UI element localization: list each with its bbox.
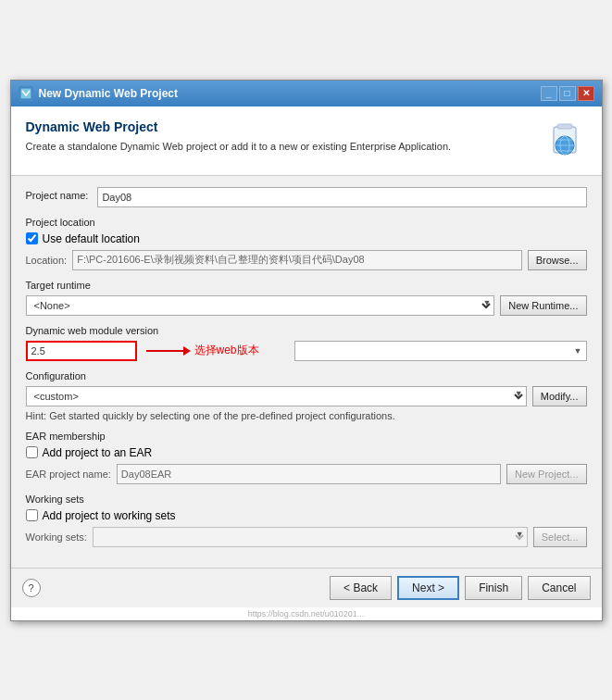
working-sets-checkbox-label: Add project to working sets [43,509,176,522]
project-location-title: Project location [26,217,587,228]
module-version-input[interactable] [26,341,137,361]
dynamic-web-module-label: Dynamic web module version [26,325,587,336]
close-button[interactable]: ✕ [578,86,594,101]
configuration-group: Configuration <custom> Modify... Hint: G… [26,370,587,421]
restore-button[interactable]: □ [559,86,576,101]
default-location-label: Use default location [43,232,140,245]
back-button[interactable]: < Back [330,576,392,600]
annotation-text: 选择web版本 [194,343,259,358]
project-name-row: Project name: [26,187,587,207]
configuration-row: <custom> Modify... [26,386,587,406]
target-runtime-select[interactable]: <None> [26,295,495,316]
dialog-header-icon [543,119,587,164]
red-arrow-icon [146,346,191,356]
dialog-header-text: Dynamic Web Project Create a standalone … [26,119,533,154]
dialog-body: Project name: Project location Use defau… [11,176,602,568]
modify-button[interactable]: Modify... [532,386,587,406]
location-row: Location: Browse... [26,250,587,270]
configuration-label: Configuration [26,370,587,381]
dialog-window: New Dynamic Web Project _ □ ✕ Dynamic We… [10,80,603,621]
working-sets-label: Working sets: [26,531,87,543]
working-sets-group: Working sets Add project to working sets… [26,494,587,547]
working-sets-select [93,527,528,547]
browse-button[interactable]: Browse... [528,250,587,270]
globe-icon [544,121,585,162]
target-runtime-group: Target runtime <None> New Runtime... [26,280,587,316]
project-name-group: Project name: [26,187,587,207]
title-bar-icon [19,86,33,101]
working-sets-checkbox[interactable] [26,509,38,521]
ear-project-name-row: EAR project name: New Project... [26,464,587,484]
help-icon[interactable]: ? [22,579,41,597]
configuration-hint: Hint: Get started quickly by selecting o… [26,410,587,421]
working-sets-checkbox-row: Add project to working sets [26,509,587,522]
ear-checkbox-row: Add project to an EAR [26,446,587,459]
configuration-select-wrapper: <custom> [26,386,527,406]
working-sets-row: Working sets: Select... [26,527,587,547]
module-version-row: 选择web版本 ▼ [26,341,587,361]
project-location-group: Project location Use default location Lo… [26,217,587,270]
arrow-annotation: 选择web版本 [146,343,259,358]
ear-checkbox[interactable] [26,446,38,458]
dialog-header-desc: Create a standalone Dynamic Web project … [26,140,533,154]
default-location-checkbox[interactable] [26,232,38,244]
watermark: https://blog.csdn.net/u010201... [11,607,602,620]
title-bar: New Dynamic Web Project _ □ ✕ [11,81,602,106]
ear-membership-title: EAR membership [26,431,587,442]
select-button[interactable]: Select... [533,527,587,547]
dialog-header-title: Dynamic Web Project [26,119,533,134]
window-title: New Dynamic Web Project [39,87,541,100]
target-runtime-label: Target runtime [26,280,587,291]
location-input [72,250,521,270]
dynamic-web-module-group: Dynamic web module version 选择web版本 ▼ [26,325,587,361]
configuration-select[interactable]: <custom> [26,386,527,406]
new-project-button[interactable]: New Project... [506,464,586,484]
finish-button[interactable]: Finish [465,576,522,600]
target-runtime-row: <None> New Runtime... [26,295,587,316]
module-version-dropdown[interactable]: ▼ [294,341,587,361]
working-sets-title: Working sets [26,494,587,505]
target-runtime-select-wrapper: <None> [26,295,495,316]
ear-membership-group: EAR membership Add project to an EAR EAR… [26,431,587,484]
svg-rect-0 [20,88,31,99]
location-label: Location: [26,255,68,266]
dialog-footer: ? < Back Next > Finish Cancel [11,568,602,607]
ear-project-name-input [117,464,501,484]
svg-rect-2 [557,124,572,129]
new-runtime-button[interactable]: New Runtime... [500,295,586,316]
minimize-button[interactable]: _ [541,86,557,101]
footer-buttons: < Back Next > Finish Cancel [330,576,590,600]
default-location-checkbox-row: Use default location [26,232,587,245]
ear-project-name-label: EAR project name: [26,469,111,480]
footer-left: ? [22,579,41,597]
ear-checkbox-label: Add project to an EAR [43,446,153,459]
working-sets-select-wrapper [93,527,528,547]
next-button[interactable]: Next > [397,576,459,600]
project-name-label: Project name: [26,190,89,201]
title-bar-controls: _ □ ✕ [541,86,594,101]
dialog-header: Dynamic Web Project Create a standalone … [11,106,602,176]
project-name-input[interactable] [97,187,586,207]
cancel-button[interactable]: Cancel [528,576,590,600]
